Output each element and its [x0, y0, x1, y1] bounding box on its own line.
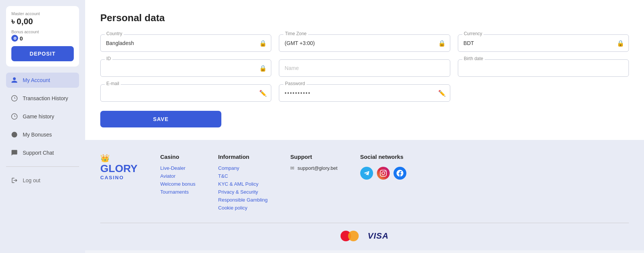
master-account-label: Master account: [11, 11, 74, 16]
transaction-icon: [11, 95, 18, 102]
footer-logo: 👑 GLORY CASINO: [100, 154, 138, 180]
master-balance: ৳ 0,00: [11, 17, 74, 26]
id-field: ID 🔒: [100, 59, 271, 77]
birthdate-input[interactable]: [458, 59, 629, 77]
footer-support-col: Support ✉ support@glory.bet: [290, 154, 337, 171]
password-field: Password ✏️: [279, 84, 450, 102]
id-input[interactable]: [100, 59, 271, 77]
sidebar: Master account ৳ 0,00 Bonus account ⚙ 0 …: [0, 0, 85, 253]
logout-icon: [11, 177, 18, 184]
sidebar-item-transaction-history[interactable]: Transaction History: [6, 91, 79, 106]
facebook-icon[interactable]: [394, 167, 406, 180]
form-row-3: E-mail ✏️ Password ✏️: [100, 84, 629, 102]
bonus-icon: ⚙: [11, 35, 18, 42]
sidebar-item-label: Game history: [23, 113, 54, 120]
game-icon: [11, 113, 18, 120]
form-row-1: Country 🔒 document.currentScript.previou…: [100, 34, 629, 52]
footer-bottom: VISA: [100, 231, 629, 241]
currency-field: Currency 🔒 document.currentScript.previo…: [458, 34, 629, 52]
timezone-field: Time Zone 🔒 document.currentScript.previ…: [279, 34, 450, 52]
account-section: Master account ৳ 0,00 Bonus account ⚙ 0 …: [6, 6, 79, 67]
footer-divider: [100, 223, 629, 223]
sidebar-item-game-history[interactable]: Game history: [6, 109, 79, 124]
country-input[interactable]: [100, 34, 271, 52]
birthdate-label: Birth date: [462, 56, 485, 61]
lock-icon-tz: 🔒: [438, 40, 446, 47]
sidebar-item-my-bonuses[interactable]: My Bonuses: [6, 127, 79, 142]
lock-icon-currency: 🔒: [617, 40, 624, 47]
timezone-input[interactable]: [279, 34, 450, 52]
email-input[interactable]: [100, 84, 271, 102]
user-icon: [11, 76, 18, 84]
bonus-account-label: Bonus account: [11, 29, 74, 34]
footer-social-title: Social networks: [360, 154, 406, 160]
form-row-2: ID 🔒 Birth date: [100, 59, 629, 77]
support-email-text: support@glory.bet: [297, 165, 337, 171]
telegram-icon[interactable]: [360, 167, 373, 180]
email-icon: ✉: [290, 165, 294, 171]
timezone-label: Time Zone: [283, 31, 308, 36]
name-field: [279, 59, 450, 77]
currency-label: Currency: [462, 31, 484, 36]
save-row: SAVE: [100, 109, 629, 127]
footer-info-title: Information: [218, 154, 268, 160]
id-label: ID: [105, 56, 112, 61]
sidebar-item-label: My Account: [23, 77, 50, 83]
footer-link-aviator[interactable]: Aviator: [160, 173, 196, 179]
footer-link-kyc[interactable]: KYC & AML Policy: [218, 181, 268, 187]
bonus-nav-icon: [11, 131, 18, 138]
sidebar-item-my-account[interactable]: My Account: [6, 73, 79, 88]
footer-social-col: Social networks: [360, 154, 406, 180]
logo-casino: CASINO: [100, 175, 124, 180]
footer: 👑 GLORY CASINO Casino Live-Dealer Aviato…: [85, 140, 644, 250]
social-icons-row: [360, 167, 406, 180]
logo-glory: GLORY: [100, 163, 138, 175]
footer-link-live-dealer[interactable]: Live-Dealer: [160, 165, 196, 171]
name-input[interactable]: [279, 59, 450, 77]
footer-top: 👑 GLORY CASINO Casino Live-Dealer Aviato…: [100, 154, 629, 211]
instagram-icon[interactable]: [377, 167, 390, 180]
lock-icon-id: 🔒: [259, 65, 267, 72]
deposit-button[interactable]: DEPOSIT: [11, 46, 74, 61]
password-label: Password: [283, 81, 306, 86]
footer-support-title: Support: [290, 154, 337, 160]
footer-link-welcome-bonus[interactable]: Welcome bonus: [160, 181, 196, 187]
footer-casino-title: Casino: [160, 154, 196, 160]
birthdate-field: Birth date: [458, 59, 629, 77]
footer-link-tournaments[interactable]: Tournaments: [160, 189, 196, 195]
footer-info-col: Information Company T&C KYC & AML Policy…: [218, 154, 268, 211]
footer-link-responsible[interactable]: Responsible Gambling: [218, 197, 268, 203]
bonus-balance: ⚙ 0: [11, 35, 74, 42]
edit-icon-email: ✏️: [259, 90, 267, 97]
password-input[interactable]: [279, 84, 450, 102]
lock-icon: 🔒: [259, 40, 267, 47]
visa-logo: VISA: [368, 231, 389, 241]
personal-data-form: Country 🔒 document.currentScript.previou…: [100, 34, 629, 127]
footer-link-tc[interactable]: T&C: [218, 173, 268, 179]
mastercard-logo: [341, 231, 359, 241]
personal-data-section: Personal data Country 🔒 document.current…: [85, 0, 644, 140]
logout-item[interactable]: Log out: [6, 173, 79, 188]
support-email: ✉ support@glory.bet: [290, 165, 337, 171]
sidebar-item-label: My Bonuses: [23, 132, 52, 138]
sidebar-item-label: Transaction History: [23, 95, 68, 101]
email-label: E-mail: [105, 81, 121, 86]
email-field: E-mail ✏️: [100, 84, 271, 102]
edit-icon-password: ✏️: [438, 90, 446, 97]
currency-input[interactable]: [458, 34, 629, 52]
main-content: Personal data Country 🔒 document.current…: [85, 0, 644, 253]
footer-link-cookie[interactable]: Cookie policy: [218, 205, 268, 211]
country-label: Country: [105, 31, 124, 36]
save-button[interactable]: SAVE: [100, 111, 221, 127]
sidebar-item-label: Support Chat: [23, 150, 54, 156]
sidebar-item-support-chat[interactable]: Support Chat: [6, 145, 79, 160]
mc-yellow-circle: [348, 231, 359, 241]
footer-casino-col: Casino Live-Dealer Aviator Welcome bonus…: [160, 154, 196, 195]
crown-icon: 👑: [100, 154, 110, 163]
page-title: Personal data: [100, 12, 629, 24]
logout-label: Log out: [23, 177, 40, 183]
sidebar-divider: [6, 166, 79, 167]
chat-icon: [11, 149, 18, 157]
footer-link-privacy[interactable]: Privacy & Security: [218, 189, 268, 195]
footer-link-company[interactable]: Company: [218, 165, 268, 171]
